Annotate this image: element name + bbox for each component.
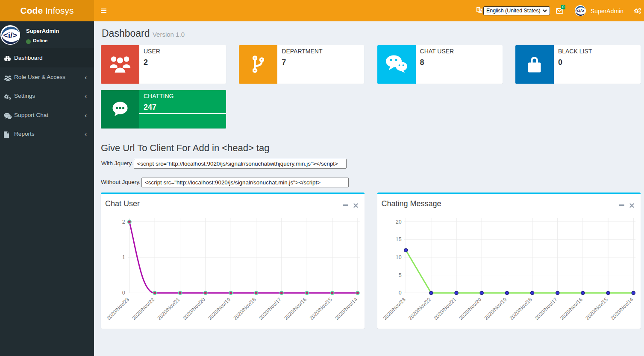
svg-text:0: 0 [122, 290, 125, 296]
svg-text:2020/Nov/18: 2020/Nov/18 [232, 296, 257, 321]
svg-text:2020/Nov/14: 2020/Nov/14 [334, 296, 359, 321]
svg-text:2020/Nov/20: 2020/Nov/20 [458, 296, 482, 321]
svg-text:2020/Nov/22: 2020/Nov/22 [131, 296, 156, 321]
svg-text:<i/>: <i/> [576, 8, 585, 13]
svg-text:15: 15 [395, 236, 401, 242]
svg-text:2020/Nov/21: 2020/Nov/21 [156, 296, 181, 321]
svg-text:2020/Nov/19: 2020/Nov/19 [483, 296, 508, 321]
svg-text:1: 1 [122, 254, 125, 260]
svg-text:2: 2 [122, 219, 125, 225]
svg-text:5: 5 [398, 272, 401, 278]
svg-text:20: 20 [395, 219, 401, 225]
svg-text:2020/Nov/23: 2020/Nov/23 [106, 296, 130, 321]
svg-text:2020/Nov/14: 2020/Nov/14 [609, 296, 634, 321]
svg-text:0: 0 [398, 290, 401, 296]
svg-text:2020/Nov/18: 2020/Nov/18 [508, 296, 533, 321]
svg-text:2020/Nov/22: 2020/Nov/22 [407, 296, 432, 321]
svg-text:2020/Nov/19: 2020/Nov/19 [207, 296, 232, 321]
svg-text:2020/Nov/15: 2020/Nov/15 [309, 296, 333, 321]
svg-text:2020/Nov/16: 2020/Nov/16 [559, 296, 583, 321]
svg-text:10: 10 [395, 254, 401, 260]
svg-text:2020/Nov/20: 2020/Nov/20 [182, 296, 206, 321]
svg-text:2020/Nov/16: 2020/Nov/16 [283, 296, 308, 321]
svg-text:2020/Nov/17: 2020/Nov/17 [258, 296, 282, 321]
svg-text:<i/>: <i/> [3, 31, 17, 40]
svg-text:2020/Nov/15: 2020/Nov/15 [584, 296, 609, 321]
svg-text:2020/Nov/23: 2020/Nov/23 [382, 296, 406, 321]
svg-text:2020/Nov/17: 2020/Nov/17 [533, 296, 558, 321]
svg-text:A: A [479, 9, 482, 12]
svg-text:2020/Nov/21: 2020/Nov/21 [432, 296, 457, 321]
